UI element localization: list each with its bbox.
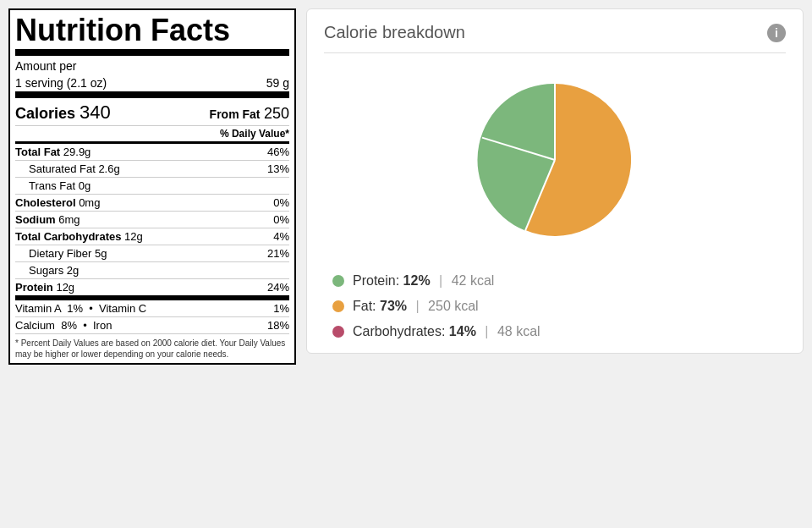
vitamin-row-2: Calcium 8% • Iron 18% bbox=[15, 317, 289, 334]
carbs-kcal: 48 kcal bbox=[497, 324, 540, 339]
nutrient-row: Saturated Fat 2.6g13% bbox=[15, 161, 289, 178]
nutrient-row: Sodium 6mg0% bbox=[15, 212, 289, 228]
calcium-label: Calcium bbox=[15, 319, 55, 332]
vitamins-section: Vitamin A 1% • Vitamin C 1% Calcium 8% •… bbox=[15, 298, 289, 334]
serving-weight: 59 g bbox=[266, 76, 289, 90]
legend-item-fat: Fat: 73% | 250 kcal bbox=[332, 299, 777, 314]
fat-label: Fat: bbox=[353, 299, 376, 314]
pie-chart bbox=[462, 67, 648, 253]
nutrient-row: Total Carbohydrates 12g4% bbox=[15, 228, 289, 245]
fat-percent: 73% bbox=[376, 299, 407, 314]
serving-size: 1 serving (2.1 oz) bbox=[15, 76, 107, 90]
pie-container bbox=[324, 67, 786, 253]
nutrient-row: Dietary Fiber 5g21% bbox=[15, 245, 289, 262]
breakdown-title: Calorie breakdown bbox=[324, 23, 465, 42]
from-fat-label: From Fat bbox=[210, 107, 261, 121]
calories-value: 340 bbox=[80, 102, 111, 123]
protein-label: Protein: bbox=[353, 273, 399, 289]
carbs-dot bbox=[332, 326, 344, 338]
from-fat-value: 250 bbox=[264, 105, 289, 122]
legend: Protein: 12% | 42 kcal Fat: 73% | 250 kc… bbox=[324, 273, 786, 339]
calories-label: Calories bbox=[15, 105, 75, 122]
nutrient-row: Trans Fat 0g bbox=[15, 178, 289, 195]
nutrient-row: Protein 12g24% bbox=[15, 279, 289, 298]
nutrient-row: Cholesterol 0mg0% bbox=[15, 195, 289, 212]
legend-item-carbs: Carbohydrates: 14% | 48 kcal bbox=[332, 324, 777, 339]
fat-dot bbox=[332, 300, 344, 312]
iron-percent: 18% bbox=[267, 319, 289, 332]
legend-item-protein: Protein: 12% | 42 kcal bbox=[332, 273, 777, 289]
iron-label: Iron bbox=[93, 319, 112, 332]
nutrition-panel: Nutrition Facts Amount per 1 serving (2.… bbox=[8, 8, 296, 365]
protein-kcal: 42 kcal bbox=[452, 273, 495, 289]
amount-per-label: Amount per bbox=[15, 58, 289, 74]
carbs-label: Carbohydrates: bbox=[353, 324, 445, 339]
breakdown-panel: Calorie breakdown i Prote bbox=[306, 8, 804, 354]
vitamin-row-1: Vitamin A 1% • Vitamin C 1% bbox=[15, 300, 289, 317]
fat-kcal: 250 kcal bbox=[428, 299, 479, 314]
protein-percent: 12% bbox=[399, 273, 430, 289]
breakdown-divider bbox=[324, 52, 786, 53]
nutrient-row: Total Fat 29.9g46% bbox=[15, 144, 289, 161]
vitamin-c-percent: 1% bbox=[273, 302, 289, 315]
calcium-percent: 8% bbox=[61, 319, 77, 332]
breakdown-header: Calorie breakdown i bbox=[324, 23, 786, 42]
vitamin-a-label: Vitamin A bbox=[15, 302, 61, 315]
info-icon[interactable]: i bbox=[767, 24, 786, 42]
vitamin-c-label: Vitamin C bbox=[99, 302, 146, 315]
main-container: Nutrition Facts Amount per 1 serving (2.… bbox=[8, 8, 804, 365]
nutrition-title: Nutrition Facts bbox=[15, 14, 289, 56]
vitamin-a-percent: 1% bbox=[67, 302, 83, 315]
protein-dot bbox=[332, 275, 344, 287]
daily-value-header: % Daily Value* bbox=[15, 126, 289, 144]
carbs-percent: 14% bbox=[445, 324, 475, 339]
nutrient-row: Sugars 2g bbox=[15, 262, 289, 279]
footnote: * Percent Daily Values are based on 2000… bbox=[15, 338, 289, 360]
nutrients-list: Total Fat 29.9g46%Saturated Fat 2.6g13%T… bbox=[15, 144, 289, 298]
serving-row: 1 serving (2.1 oz) 59 g bbox=[15, 74, 289, 98]
calories-row: Calories 340 From Fat 250 bbox=[15, 100, 289, 126]
